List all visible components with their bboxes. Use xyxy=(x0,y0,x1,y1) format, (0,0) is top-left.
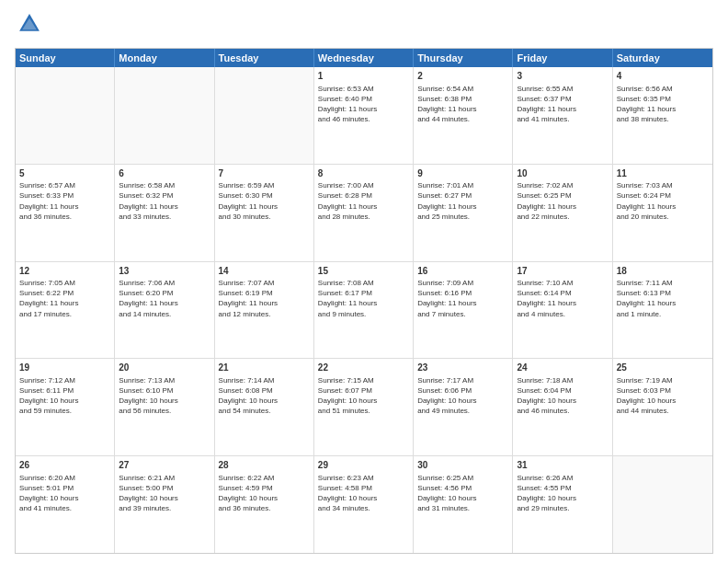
day-cell-23: 23Sunrise: 7:17 AMSunset: 6:06 PMDayligh… xyxy=(414,359,513,455)
calendar-row-0: 1Sunrise: 6:53 AMSunset: 6:40 PMDaylight… xyxy=(16,67,712,165)
day-info: Sunrise: 7:15 AMSunset: 6:07 PMDaylight:… xyxy=(318,375,409,417)
day-number: 3 xyxy=(517,70,608,83)
day-cell-4: 4Sunrise: 6:56 AMSunset: 6:35 PMDaylight… xyxy=(613,67,712,164)
header-cell-friday: Friday xyxy=(513,49,612,67)
day-info: Sunrise: 6:55 AMSunset: 6:37 PMDaylight:… xyxy=(517,84,608,125)
day-info: Sunrise: 6:22 AMSunset: 4:59 PMDaylight:… xyxy=(219,473,310,514)
day-cell-8: 8Sunrise: 7:00 AMSunset: 6:28 PMDaylight… xyxy=(314,165,414,261)
day-number: 17 xyxy=(517,265,608,278)
header-cell-sunday: Sunday xyxy=(16,49,115,67)
day-cell-13: 13Sunrise: 7:06 AMSunset: 6:20 PMDayligh… xyxy=(115,262,214,359)
day-info: Sunrise: 7:13 AMSunset: 6:10 PMDaylight:… xyxy=(119,375,210,417)
calendar-row-3: 19Sunrise: 7:12 AMSunset: 6:11 PMDayligh… xyxy=(16,359,712,456)
day-cell-empty xyxy=(613,456,712,553)
day-info: Sunrise: 7:07 AMSunset: 6:19 PMDaylight:… xyxy=(219,278,310,319)
day-number: 26 xyxy=(19,459,110,472)
calendar-header: SundayMondayTuesdayWednesdayThursdayFrid… xyxy=(16,49,712,67)
day-number: 16 xyxy=(417,265,508,278)
day-cell-24: 24Sunrise: 7:18 AMSunset: 6:04 PMDayligh… xyxy=(513,359,612,455)
day-cell-6: 6Sunrise: 6:58 AMSunset: 6:32 PMDaylight… xyxy=(115,165,214,261)
day-info: Sunrise: 6:53 AMSunset: 6:40 PMDaylight:… xyxy=(318,84,409,125)
calendar-row-1: 5Sunrise: 6:57 AMSunset: 6:33 PMDaylight… xyxy=(16,165,712,262)
day-cell-30: 30Sunrise: 6:25 AMSunset: 4:56 PMDayligh… xyxy=(414,456,513,553)
day-cell-18: 18Sunrise: 7:11 AMSunset: 6:13 PMDayligh… xyxy=(613,262,712,359)
day-number: 7 xyxy=(219,167,310,180)
page: SundayMondayTuesdayWednesdayThursdayFrid… xyxy=(0,0,728,563)
header-cell-tuesday: Tuesday xyxy=(215,49,314,67)
day-number: 30 xyxy=(417,459,508,472)
day-info: Sunrise: 6:56 AMSunset: 6:35 PMDaylight:… xyxy=(617,84,709,125)
day-number: 19 xyxy=(19,362,110,374)
day-cell-9: 9Sunrise: 7:01 AMSunset: 6:27 PMDaylight… xyxy=(414,165,513,261)
header-cell-thursday: Thursday xyxy=(414,49,513,67)
day-info: Sunrise: 6:20 AMSunset: 5:01 PMDaylight:… xyxy=(19,473,110,514)
day-info: Sunrise: 6:23 AMSunset: 4:58 PMDaylight:… xyxy=(318,473,409,514)
day-cell-2: 2Sunrise: 6:54 AMSunset: 6:38 PMDaylight… xyxy=(414,67,513,164)
day-number: 2 xyxy=(417,70,508,83)
day-info: Sunrise: 6:26 AMSunset: 4:55 PMDaylight:… xyxy=(517,473,608,514)
day-cell-7: 7Sunrise: 6:59 AMSunset: 6:30 PMDaylight… xyxy=(215,165,314,261)
day-cell-31: 31Sunrise: 6:26 AMSunset: 4:55 PMDayligh… xyxy=(513,456,612,553)
day-number: 6 xyxy=(119,167,210,180)
header-cell-monday: Monday xyxy=(115,49,214,67)
day-info: Sunrise: 7:06 AMSunset: 6:20 PMDaylight:… xyxy=(119,278,210,319)
day-info: Sunrise: 7:09 AMSunset: 6:16 PMDaylight:… xyxy=(417,278,508,319)
day-number: 21 xyxy=(219,362,310,374)
day-info: Sunrise: 7:01 AMSunset: 6:27 PMDaylight:… xyxy=(417,180,508,222)
day-info: Sunrise: 6:54 AMSunset: 6:38 PMDaylight:… xyxy=(417,84,508,125)
day-cell-11: 11Sunrise: 7:03 AMSunset: 6:24 PMDayligh… xyxy=(613,165,712,261)
day-info: Sunrise: 7:10 AMSunset: 6:14 PMDaylight:… xyxy=(517,278,608,319)
day-number: 22 xyxy=(318,362,409,374)
day-cell-14: 14Sunrise: 7:07 AMSunset: 6:19 PMDayligh… xyxy=(215,262,314,359)
calendar-row-2: 12Sunrise: 7:05 AMSunset: 6:22 PMDayligh… xyxy=(16,262,712,360)
day-info: Sunrise: 6:21 AMSunset: 5:00 PMDaylight:… xyxy=(119,473,210,514)
logo-icon xyxy=(17,11,42,37)
calendar: SundayMondayTuesdayWednesdayThursdayFrid… xyxy=(15,48,713,554)
day-info: Sunrise: 7:12 AMSunset: 6:11 PMDaylight:… xyxy=(19,375,110,417)
day-cell-5: 5Sunrise: 6:57 AMSunset: 6:33 PMDaylight… xyxy=(16,165,115,261)
day-number: 10 xyxy=(517,167,608,180)
header-cell-wednesday: Wednesday xyxy=(314,49,414,67)
day-cell-15: 15Sunrise: 7:08 AMSunset: 6:17 PMDayligh… xyxy=(314,262,414,359)
day-cell-26: 26Sunrise: 6:20 AMSunset: 5:01 PMDayligh… xyxy=(16,456,115,553)
day-info: Sunrise: 7:14 AMSunset: 6:08 PMDaylight:… xyxy=(219,375,310,417)
day-cell-empty xyxy=(215,67,314,164)
day-info: Sunrise: 6:57 AMSunset: 6:33 PMDaylight:… xyxy=(19,180,110,222)
day-cell-1: 1Sunrise: 6:53 AMSunset: 6:40 PMDaylight… xyxy=(314,67,414,164)
day-number: 12 xyxy=(19,265,110,278)
day-number: 9 xyxy=(417,167,508,180)
day-info: Sunrise: 6:59 AMSunset: 6:30 PMDaylight:… xyxy=(219,180,310,222)
day-info: Sunrise: 7:08 AMSunset: 6:17 PMDaylight:… xyxy=(318,278,409,319)
day-number: 24 xyxy=(517,362,608,374)
day-info: Sunrise: 6:25 AMSunset: 4:56 PMDaylight:… xyxy=(417,473,508,514)
day-number: 31 xyxy=(517,459,608,472)
day-cell-12: 12Sunrise: 7:05 AMSunset: 6:22 PMDayligh… xyxy=(16,262,115,359)
day-info: Sunrise: 7:17 AMSunset: 6:06 PMDaylight:… xyxy=(417,375,508,417)
day-number: 14 xyxy=(219,265,310,278)
day-info: Sunrise: 6:58 AMSunset: 6:32 PMDaylight:… xyxy=(119,180,210,222)
day-number: 13 xyxy=(119,265,210,278)
day-number: 1 xyxy=(318,70,409,83)
day-info: Sunrise: 7:18 AMSunset: 6:04 PMDaylight:… xyxy=(517,375,608,417)
day-number: 29 xyxy=(318,459,409,472)
day-cell-19: 19Sunrise: 7:12 AMSunset: 6:11 PMDayligh… xyxy=(16,359,115,455)
day-cell-3: 3Sunrise: 6:55 AMSunset: 6:37 PMDaylight… xyxy=(513,67,612,164)
day-cell-10: 10Sunrise: 7:02 AMSunset: 6:25 PMDayligh… xyxy=(513,165,612,261)
day-info: Sunrise: 7:05 AMSunset: 6:22 PMDaylight:… xyxy=(19,278,110,319)
day-cell-empty xyxy=(16,67,115,164)
day-number: 25 xyxy=(617,362,709,374)
day-number: 20 xyxy=(119,362,210,374)
day-cell-17: 17Sunrise: 7:10 AMSunset: 6:14 PMDayligh… xyxy=(513,262,612,359)
day-number: 28 xyxy=(219,459,310,472)
day-cell-20: 20Sunrise: 7:13 AMSunset: 6:10 PMDayligh… xyxy=(115,359,214,455)
day-number: 5 xyxy=(19,167,110,180)
day-info: Sunrise: 7:00 AMSunset: 6:28 PMDaylight:… xyxy=(318,180,409,222)
header xyxy=(15,11,713,40)
day-cell-21: 21Sunrise: 7:14 AMSunset: 6:08 PMDayligh… xyxy=(215,359,314,455)
day-cell-16: 16Sunrise: 7:09 AMSunset: 6:16 PMDayligh… xyxy=(414,262,513,359)
day-cell-28: 28Sunrise: 6:22 AMSunset: 4:59 PMDayligh… xyxy=(215,456,314,553)
calendar-row-4: 26Sunrise: 6:20 AMSunset: 5:01 PMDayligh… xyxy=(16,456,712,553)
day-number: 4 xyxy=(617,70,709,83)
day-number: 11 xyxy=(617,167,709,180)
day-cell-22: 22Sunrise: 7:15 AMSunset: 6:07 PMDayligh… xyxy=(314,359,414,455)
